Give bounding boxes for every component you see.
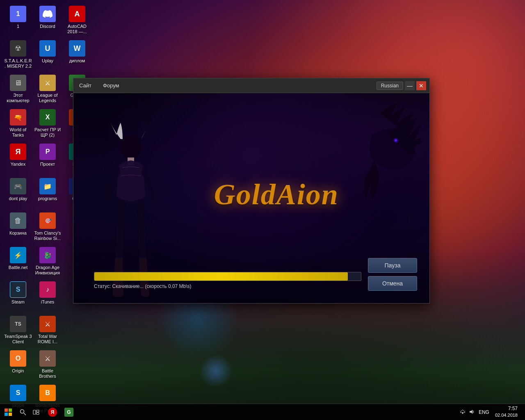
taskbar-clock[interactable]: 7:57 02.04.2018 — [492, 405, 521, 418]
calc-icon-img: X — [39, 109, 56, 126]
task-view-button[interactable] — [30, 404, 43, 420]
launcher-content: GoldAion Статус: Скачивание... (скорость… — [73, 93, 429, 303]
menu-forum[interactable]: Форум — [100, 81, 122, 90]
launcher-buttons: Пауза Отмена — [368, 258, 417, 291]
svg-rect-7 — [9, 413, 12, 416]
desktop-icon-diplom[interactable]: W диплом — [62, 38, 92, 72]
desktop-icon-stalker[interactable]: ☢ S.T.A.L.K.E.R. MISERY 2.2 — [3, 38, 33, 72]
origin-label: Origin — [12, 368, 24, 374]
taskbar-pinned-icons: Я G — [44, 404, 77, 420]
svg-rect-6 — [5, 413, 8, 416]
desktop-icon-dontplay[interactable]: 🎮 dont play — [3, 176, 33, 210]
project-icon-img: P — [39, 144, 56, 160]
svg-line-9 — [24, 413, 26, 415]
icon-1-label: 1 — [17, 24, 19, 29]
desktop-icon-dragonage[interactable]: 🐉 Dragon Age Инквизиция — [33, 244, 62, 279]
launcher-titlebar: Сайт Форум Russian — ✕ — [73, 78, 429, 93]
minimize-button[interactable]: — — [405, 81, 415, 90]
bin-icon-img: 🗑 — [10, 212, 26, 229]
desktop-icon-bin[interactable]: 🗑 Корзина — [3, 210, 33, 244]
pause-button[interactable]: Пауза — [368, 258, 417, 273]
desktop-icon-bnet[interactable]: ⚡ Battle.net — [3, 244, 33, 279]
dragonage-icon-img: 🐉 — [39, 247, 56, 263]
borderlands-icon-img: B — [39, 385, 56, 401]
bb-icon-img: ⚔ — [39, 350, 56, 367]
desktop-icon-discord[interactable]: Discord — [33, 3, 62, 38]
progress-status: Статус: Скачивание... (скорость 0,07 Mb\… — [94, 283, 361, 289]
steam-label: Steam — [11, 299, 25, 305]
desktop-icon-totalwar[interactable]: ⚔ Total War ROME I... — [33, 313, 62, 348]
desktop-icon-steam[interactable]: S Steam — [3, 279, 33, 313]
totalwar-label: Total War ROME I... — [34, 334, 62, 345]
language-button[interactable]: Russian — [377, 82, 403, 90]
itunes-label: iTunes — [41, 299, 55, 305]
stalker-label: S.T.A.L.K.E.R. MISERY 2.2 — [4, 58, 32, 69]
lol-icon-img: ⚔ — [39, 75, 56, 91]
svg-rect-4 — [5, 409, 8, 412]
steam-icon-img: S — [10, 281, 26, 298]
svg-rect-10 — [33, 410, 36, 414]
desktop-icon-origin[interactable]: O Origin — [3, 348, 33, 382]
icon-1-img: 1 — [10, 6, 26, 22]
desktop-icon-uplay[interactable]: U Uplay — [33, 38, 62, 72]
desktop-icon-lol[interactable]: ⚔ League of Legends — [33, 72, 62, 107]
launcher-title: GoldAion — [214, 178, 339, 212]
diplom-label: диплом — [69, 58, 85, 64]
origin-icon-img: O — [10, 350, 26, 367]
desktop-icon-autocad[interactable]: A AutoCAD 2018 —... — [62, 3, 92, 38]
launcher-controls: Russian — ✕ — [377, 81, 426, 90]
clock-date: 02.04.2018 — [495, 412, 518, 418]
language-indicator[interactable]: ENG — [476, 409, 492, 415]
calc-label: Расчет ПР И ЩР (2) — [34, 127, 62, 138]
volume-icon[interactable] — [467, 409, 476, 415]
programs-icon-img: 📁 — [39, 178, 56, 194]
svg-rect-12 — [37, 413, 39, 415]
desktop-icon-project[interactable]: P Проект — [33, 141, 62, 176]
taskbar-g-icon[interactable]: G — [61, 404, 77, 420]
desktop-icon-programs[interactable]: 📁 programs — [33, 176, 62, 210]
search-button[interactable] — [16, 404, 30, 420]
uplay-label: Uplay — [42, 58, 53, 64]
system-tray: ENG 7:57 02.04.2018 — [458, 404, 525, 420]
totalwar-icon-img: ⚔ — [39, 316, 56, 332]
launcher-window: Сайт Форум Russian — ✕ — [73, 78, 430, 304]
dontplay-icon-img: 🎮 — [10, 178, 26, 194]
stalker-icon-img: ☢ — [10, 40, 26, 57]
pc-icon-img: 🖥 — [10, 75, 26, 91]
bin-label: Корзина — [9, 231, 27, 236]
ts-label: TeamSpeak 3 Client — [4, 334, 32, 345]
desktop-icon-ts[interactable]: TS TeamSpeak 3 Client — [3, 313, 33, 348]
rainbow-icon-img: 🎯 — [39, 212, 56, 229]
taskbar-yandex-icon[interactable]: Я — [44, 404, 61, 420]
desktop-icon-1[interactable]: 1 1 — [3, 3, 33, 38]
svg-marker-14 — [470, 410, 472, 414]
programs-label: programs — [38, 196, 57, 201]
cancel-button[interactable]: Отмена — [368, 276, 417, 291]
menu-site[interactable]: Сайт — [77, 81, 94, 90]
uplay-icon-img: U — [39, 40, 56, 57]
autocad-label: AutoCAD 2018 —... — [63, 24, 91, 34]
dragon-silhouette — [306, 101, 421, 245]
start-button[interactable] — [0, 404, 16, 420]
discord-icon-img — [39, 6, 56, 22]
svg-point-8 — [21, 409, 24, 413]
svg-rect-5 — [9, 409, 12, 412]
desktop-icon-bb[interactable]: ⚔ Battle Brothers — [33, 348, 62, 382]
desktop: 1 1 Discord A AutoCAD 2018 —... ☢ S.T.A.… — [0, 0, 525, 420]
launcher-menu: Сайт Форум — [77, 81, 377, 90]
yandex-label: Yandex — [11, 162, 26, 167]
taskbar: Я G ENG — [0, 404, 525, 420]
network-icon[interactable] — [458, 409, 467, 415]
desktop-icon-pc[interactable]: 🖥 Этот компьютер — [3, 72, 33, 107]
close-button[interactable]: ✕ — [416, 81, 426, 90]
desktop-icon-wot[interactable]: 🔫 World of Tanks — [3, 107, 33, 141]
desktop-icon-rainbow[interactable]: 🎯 Tom Clancy's Rainbow Si... — [33, 210, 62, 244]
svg-point-3 — [395, 139, 397, 142]
progress-bar-fill — [94, 272, 348, 281]
pc-label: Этот компьютер — [4, 93, 32, 103]
desktop-icon-yandex[interactable]: Я Yandex — [3, 141, 33, 176]
launcher-progress-area: Статус: Скачивание... (скорость 0,07 Mb\… — [94, 258, 417, 291]
desktop-icon-itunes[interactable]: ♪ iTunes — [33, 279, 62, 313]
desktop-icon-calc[interactable]: X Расчет ПР И ЩР (2) — [33, 107, 62, 141]
svg-rect-11 — [37, 410, 39, 412]
